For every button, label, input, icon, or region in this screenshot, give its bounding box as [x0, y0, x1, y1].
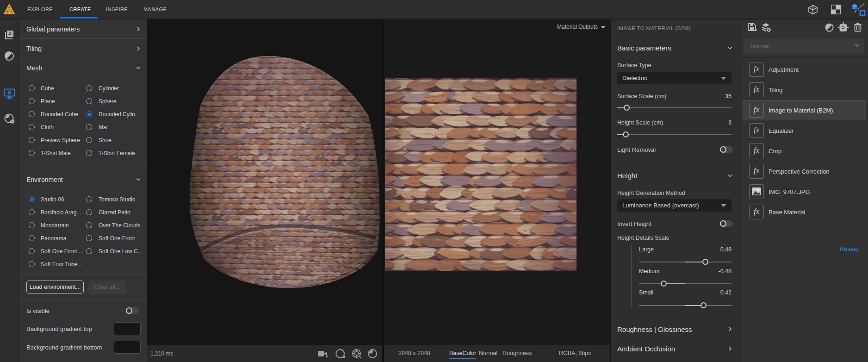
svg-text:S: S — [7, 6, 12, 14]
